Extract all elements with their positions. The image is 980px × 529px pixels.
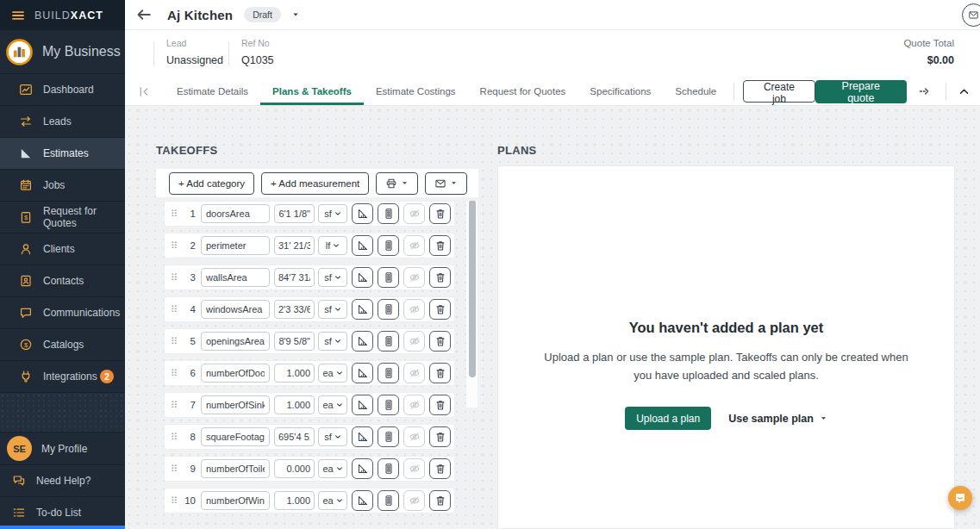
delete-button[interactable] [429, 299, 451, 320]
envelope-button[interactable] [962, 3, 980, 27]
delete-button[interactable] [429, 458, 451, 479]
unit-select[interactable]: ea [318, 491, 347, 510]
sidebar-item-request-for-quotes[interactable]: $ Request for Quotes [0, 201, 125, 233]
sidebar-item-todo-list[interactable]: To-do List [0, 496, 125, 528]
tab-estimate-details[interactable]: Estimate Details [165, 78, 260, 105]
sidebar-item-leads[interactable]: Leads [0, 105, 125, 137]
visibility-toggle-button[interactable] [403, 331, 425, 352]
measurement-value-input[interactable] [274, 491, 315, 510]
add-category-button[interactable]: + Add category [169, 172, 254, 195]
measurement-name-input[interactable] [201, 332, 270, 351]
measurement-value-input[interactable] [274, 459, 315, 478]
drag-handle-icon[interactable]: ⠿ [171, 433, 179, 441]
measurement-name-input[interactable] [201, 395, 270, 414]
visibility-toggle-button[interactable] [403, 267, 425, 288]
measurement-name-input[interactable] [201, 268, 270, 287]
email-menu-button[interactable] [425, 172, 467, 195]
takeoff-draw-button[interactable] [352, 299, 373, 320]
sidebar-item-clients[interactable]: Clients [0, 233, 125, 264]
calculator-button[interactable] [378, 458, 399, 479]
measurement-name-input[interactable] [201, 300, 270, 319]
delete-button[interactable] [429, 363, 451, 383]
visibility-toggle-button[interactable] [403, 363, 425, 383]
unit-select[interactable]: sf [318, 332, 347, 351]
hamburger-icon[interactable] [11, 9, 25, 22]
visibility-toggle-button[interactable] [403, 395, 425, 415]
unit-select[interactable]: lf [318, 236, 347, 255]
sidebar-item-dashboard[interactable]: Dashboard [0, 73, 125, 105]
delete-button[interactable] [429, 331, 451, 352]
scrollbar-thumb[interactable] [469, 201, 476, 377]
prepare-quote-button[interactable]: Prepare quote [815, 80, 907, 103]
takeoff-draw-button[interactable] [352, 235, 373, 256]
delete-button[interactable] [429, 426, 451, 447]
tab-estimate-costings[interactable]: Estimate Costings [364, 78, 468, 105]
collapse-tabs-icon[interactable] [137, 85, 150, 98]
takeoff-draw-button[interactable] [352, 363, 373, 383]
calculator-button[interactable] [378, 299, 399, 320]
sidebar-item-estimates[interactable]: Estimates [0, 137, 125, 169]
measurement-value-input[interactable] [274, 364, 315, 383]
drag-handle-icon[interactable]: ⠿ [171, 401, 179, 409]
measurement-value-input[interactable] [274, 395, 315, 414]
measurement-name-input[interactable] [201, 491, 270, 510]
calculator-button[interactable] [378, 426, 399, 447]
unit-select[interactable]: ea [318, 459, 347, 478]
visibility-toggle-button[interactable] [403, 490, 425, 511]
measurement-name-input[interactable] [201, 427, 270, 446]
sidebar-item-contacts[interactable]: Contacts [0, 264, 125, 296]
calculator-button[interactable] [378, 395, 399, 415]
create-job-button[interactable]: Create job [743, 80, 815, 103]
visibility-toggle-button[interactable] [403, 235, 425, 256]
scroll-tabs-right-icon[interactable] [918, 84, 931, 98]
takeoff-draw-button[interactable] [352, 426, 373, 447]
tab-request-for-quotes[interactable]: Request for Quotes [468, 78, 578, 105]
back-arrow-icon[interactable] [135, 6, 153, 23]
tab-plans-takeoffs[interactable]: Plans & Takeoffs [260, 78, 364, 105]
calculator-button[interactable] [378, 267, 399, 288]
tab-schedule[interactable]: Schedule [663, 78, 728, 105]
use-sample-plan-button[interactable]: Use sample plan [728, 413, 827, 425]
drag-handle-icon[interactable]: ⠿ [171, 337, 179, 345]
drag-handle-icon[interactable]: ⠿ [171, 209, 179, 218]
unit-select[interactable]: sf [318, 268, 347, 287]
delete-button[interactable] [429, 395, 451, 415]
drag-handle-icon[interactable]: ⠿ [171, 241, 179, 250]
takeoff-draw-button[interactable] [352, 490, 373, 511]
add-measurement-button[interactable]: + Add measurement [261, 172, 369, 195]
measurement-name-input[interactable] [201, 204, 270, 223]
unit-select[interactable]: sf [318, 427, 347, 446]
drag-handle-icon[interactable]: ⠿ [171, 464, 179, 473]
title-chevron-down-icon[interactable] [291, 10, 300, 19]
measurement-value-input[interactable] [274, 300, 315, 319]
delete-button[interactable] [429, 235, 451, 256]
measurement-value-input[interactable] [274, 204, 315, 223]
takeoff-draw-button[interactable] [352, 458, 373, 479]
delete-button[interactable] [429, 490, 451, 511]
takeoff-draw-button[interactable] [352, 267, 373, 288]
chat-launcher-button[interactable] [948, 486, 972, 510]
measurement-value-input[interactable] [274, 268, 315, 287]
measurement-name-input[interactable] [201, 459, 270, 478]
measurement-value-input[interactable] [274, 332, 315, 351]
unit-select[interactable]: sf [318, 204, 347, 223]
measurement-value-input[interactable] [274, 427, 315, 446]
measurement-name-input[interactable] [201, 236, 270, 255]
takeoff-draw-button[interactable] [352, 395, 373, 415]
unit-select[interactable]: sf [318, 300, 347, 319]
sidebar-item-my-profile[interactable]: SE My Profile [0, 432, 125, 464]
sidebar-item-catalogs[interactable]: $ Catalogs [0, 328, 125, 360]
unit-select[interactable]: ea [318, 395, 347, 414]
upload-plan-button[interactable]: Upload a plan [625, 407, 711, 430]
delete-button[interactable] [429, 267, 451, 288]
calculator-button[interactable] [378, 203, 399, 224]
drag-handle-icon[interactable]: ⠿ [171, 273, 179, 282]
unit-select[interactable]: ea [318, 364, 347, 383]
visibility-toggle-button[interactable] [403, 458, 425, 479]
visibility-toggle-button[interactable] [403, 299, 425, 320]
tab-specifications[interactable]: Specifications [577, 78, 663, 105]
visibility-toggle-button[interactable] [403, 426, 425, 447]
sidebar-item-integrations[interactable]: Integrations 2 [0, 360, 125, 392]
measurement-name-input[interactable] [201, 364, 270, 383]
sidebar-item-my-business[interactable]: My Business [0, 30, 125, 73]
